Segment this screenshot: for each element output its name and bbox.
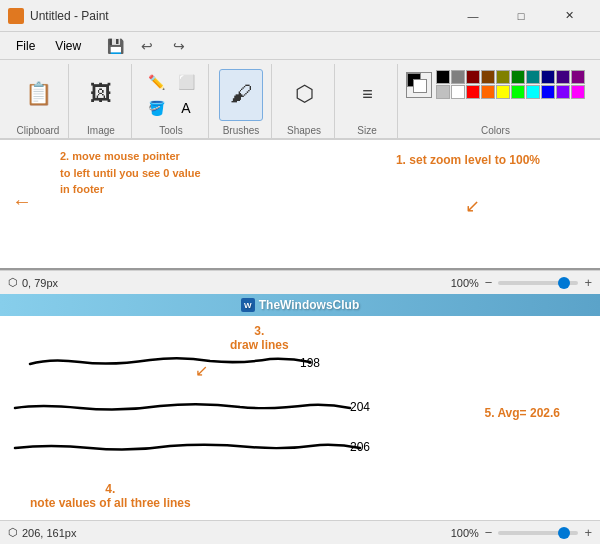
canvas-bottom-wrapper: 3.draw lines ↙ 198 204 206 (0, 316, 600, 520)
title-bar: Untitled - Paint — □ ✕ (0, 0, 600, 32)
arrow-down-step1: ↙ (465, 195, 480, 217)
window-controls: — □ ✕ (450, 0, 592, 32)
position-bottom: 206, 161px (22, 527, 76, 539)
swatch-orange[interactable] (481, 85, 495, 99)
brushes-icon: 🖌 (230, 83, 252, 105)
drawn-line-3 (10, 430, 370, 458)
swatch-teal[interactable] (526, 70, 540, 84)
cursor-icon-top: ⬡ (8, 276, 18, 289)
ribbon-group-colors: Colors (400, 64, 591, 138)
clipboard-button[interactable]: 📋 (16, 69, 60, 121)
zoom-plus-bottom[interactable]: + (584, 525, 592, 540)
color-selector[interactable] (406, 72, 432, 98)
size-label: Size (357, 125, 376, 138)
ribbon-group-size: ≡ Size (337, 64, 398, 138)
swatch-blue[interactable] (541, 85, 555, 99)
zoom-minus-bottom[interactable]: − (485, 525, 493, 540)
canvas-top[interactable]: 2. move mouse pointerto left until you s… (0, 140, 600, 270)
swatch-blue-dark[interactable] (541, 70, 555, 84)
clipboard-label: Clipboard (17, 125, 60, 138)
line-value-3: 206 (350, 440, 370, 454)
brand-banner: W TheWindowsClub (0, 294, 600, 316)
canvas-surface-top[interactable]: 2. move mouse pointerto left until you s… (0, 140, 600, 268)
shapes-icon: ⬡ (295, 83, 314, 105)
swatch-indigo[interactable] (556, 70, 570, 84)
swatch-magenta[interactable] (571, 85, 585, 99)
line-value-2: 204 (350, 400, 370, 414)
brand-text: TheWindowsClub (259, 298, 360, 312)
close-button[interactable]: ✕ (546, 0, 592, 32)
swatch-red-dark[interactable] (466, 70, 480, 84)
fill-button[interactable]: 🪣 (142, 96, 170, 120)
ribbon: 📋 Clipboard 🖼 Image ✏️ ⬜ 🪣 A Tools 🖌 (0, 60, 600, 140)
quick-access-toolbar: 💾 ↩ ↪ (101, 35, 193, 57)
status-right-top: 100% − + (451, 275, 592, 290)
minimize-button[interactable]: — (450, 0, 496, 32)
annotation-step4: 4.note values of all three lines (30, 482, 191, 510)
shapes-label: Shapes (287, 125, 321, 138)
swatch-lgray[interactable] (436, 85, 450, 99)
brushes-label: Brushes (223, 125, 260, 138)
brushes-button[interactable]: 🖌 (219, 69, 263, 121)
swatch-white[interactable] (451, 85, 465, 99)
color-swatches (436, 70, 585, 99)
canvas-sections: 2. move mouse pointerto left until you s… (0, 140, 600, 544)
save-button[interactable]: 💾 (101, 35, 129, 57)
menu-bar: File View 💾 ↩ ↪ (0, 32, 600, 60)
annotation-step1: 1. set zoom level to 100% (396, 152, 540, 169)
annotation-step5: 5. Avg= 202.6 (485, 406, 561, 420)
cursor-icon-bottom: ⬡ (8, 526, 18, 539)
swatch-violet[interactable] (556, 85, 570, 99)
size-icon: ≡ (362, 85, 372, 103)
ribbon-group-brushes: 🖌 Brushes (211, 64, 272, 138)
zoom-slider-bottom[interactable] (498, 531, 578, 535)
tools-buttons: ✏️ ⬜ 🪣 A (142, 70, 200, 120)
shapes-button[interactable]: ⬡ (282, 69, 326, 121)
pencil-button[interactable]: ✏️ (142, 70, 170, 94)
menu-file[interactable]: File (8, 37, 43, 55)
status-right-bottom: 100% − + (451, 525, 592, 540)
zoom-slider-top[interactable] (498, 281, 578, 285)
swatch-black[interactable] (436, 70, 450, 84)
zoom-plus-top[interactable]: + (584, 275, 592, 290)
swatch-green[interactable] (511, 85, 525, 99)
maximize-button[interactable]: □ (498, 0, 544, 32)
menu-view[interactable]: View (47, 37, 89, 55)
window-title: Untitled - Paint (30, 9, 450, 23)
arrow-left: ← (12, 190, 32, 213)
canvas-surface-bottom[interactable]: 3.draw lines ↙ 198 204 206 (0, 316, 600, 520)
brand-icon: W (241, 298, 255, 312)
swatch-orange-dark[interactable] (481, 70, 495, 84)
drawn-line-2 (10, 390, 370, 418)
colors-label: Colors (481, 125, 510, 138)
zoom-minus-top[interactable]: − (485, 275, 493, 290)
image-button[interactable]: 🖼 (79, 69, 123, 121)
status-left-bottom: ⬡ 206, 161px (8, 526, 76, 539)
swatch-yellow[interactable] (496, 85, 510, 99)
zoom-percent-top: 100% (451, 277, 479, 289)
status-bar-top: ⬡ 0, 79px 100% − + (0, 270, 600, 294)
line-value-1: 198 (300, 356, 320, 370)
text-button[interactable]: A (172, 96, 200, 120)
background-color (413, 79, 427, 93)
swatch-purple-dark[interactable] (571, 70, 585, 84)
eraser-button[interactable]: ⬜ (172, 70, 200, 94)
undo-button[interactable]: ↩ (133, 35, 161, 57)
swatch-red[interactable] (466, 85, 480, 99)
size-button[interactable]: ≡ (345, 69, 389, 121)
main-content: 2. move mouse pointerto left until you s… (0, 140, 600, 544)
swatch-green-dark[interactable] (511, 70, 525, 84)
annotation-step2: 2. move mouse pointerto left until you s… (60, 148, 201, 198)
status-bar-bottom: ⬡ 206, 161px 100% − + (0, 520, 600, 544)
swatch-yellow-dark[interactable] (496, 70, 510, 84)
zoom-percent-bottom: 100% (451, 527, 479, 539)
swatch-dgray[interactable] (451, 70, 465, 84)
position-top: 0, 79px (22, 277, 58, 289)
swatch-cyan[interactable] (526, 85, 540, 99)
zoom-thumb-top (558, 277, 570, 289)
redo-button[interactable]: ↪ (165, 35, 193, 57)
tools-label: Tools (159, 125, 182, 138)
ribbon-group-shapes: ⬡ Shapes (274, 64, 335, 138)
zoom-thumb-bottom (558, 527, 570, 539)
ribbon-group-clipboard: 📋 Clipboard (8, 64, 69, 138)
